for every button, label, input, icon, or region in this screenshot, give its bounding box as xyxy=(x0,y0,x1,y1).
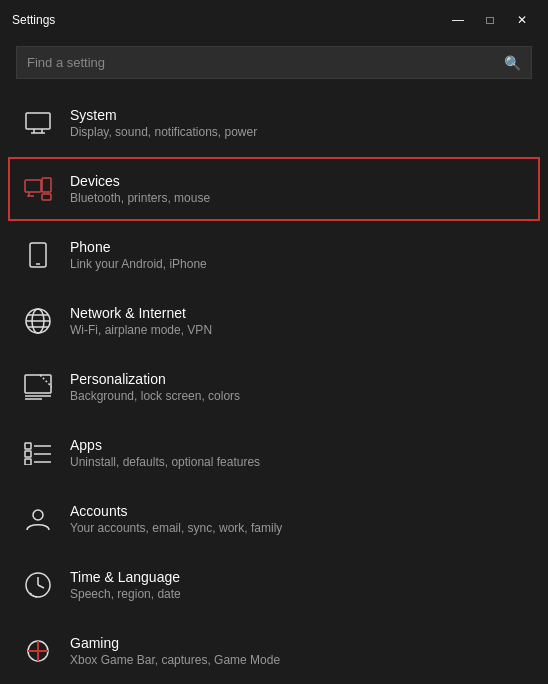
gaming-text: Gaming Xbox Game Bar, captures, Game Mod… xyxy=(70,635,280,667)
apps-text: Apps Uninstall, defaults, optional featu… xyxy=(70,437,260,469)
close-button[interactable]: ✕ xyxy=(508,10,536,30)
title-bar: Settings — □ ✕ xyxy=(0,0,548,38)
minimize-button[interactable]: — xyxy=(444,10,472,30)
time-icon xyxy=(20,567,56,603)
apps-title: Apps xyxy=(70,437,260,453)
phone-title: Phone xyxy=(70,239,207,255)
system-icon xyxy=(20,105,56,141)
phone-subtitle: Link your Android, iPhone xyxy=(70,257,207,271)
svg-rect-0 xyxy=(26,113,50,129)
svg-rect-4 xyxy=(25,180,41,192)
accounts-subtitle: Your accounts, email, sync, work, family xyxy=(70,521,282,535)
settings-item-time[interactable]: Time & Language Speech, region, date xyxy=(8,553,540,617)
search-bar: 🔍 xyxy=(0,38,548,91)
svg-point-25 xyxy=(33,510,43,520)
personalization-text: Personalization Background, lock screen,… xyxy=(70,371,240,403)
settings-item-gaming[interactable]: Gaming Xbox Game Bar, captures, Game Mod… xyxy=(8,619,540,683)
svg-rect-21 xyxy=(25,451,31,457)
devices-title: Devices xyxy=(70,173,210,189)
search-icon: 🔍 xyxy=(504,55,521,71)
personalization-icon xyxy=(20,369,56,405)
gaming-icon xyxy=(20,633,56,669)
personalization-title: Personalization xyxy=(70,371,240,387)
system-text: System Display, sound, notifications, po… xyxy=(70,107,257,139)
devices-text: Devices Bluetooth, printers, mouse xyxy=(70,173,210,205)
apps-subtitle: Uninstall, defaults, optional features xyxy=(70,455,260,469)
settings-list: System Display, sound, notifications, po… xyxy=(0,91,548,684)
settings-item-personalization[interactable]: Personalization Background, lock screen,… xyxy=(8,355,540,419)
settings-item-network[interactable]: Network & Internet Wi-Fi, airplane mode,… xyxy=(8,289,540,353)
phone-icon xyxy=(20,237,56,273)
svg-rect-16 xyxy=(25,375,51,393)
network-text: Network & Internet Wi-Fi, airplane mode,… xyxy=(70,305,212,337)
network-subtitle: Wi-Fi, airplane mode, VPN xyxy=(70,323,212,337)
personalization-subtitle: Background, lock screen, colors xyxy=(70,389,240,403)
svg-rect-6 xyxy=(42,194,51,200)
settings-item-system[interactable]: System Display, sound, notifications, po… xyxy=(8,91,540,155)
settings-item-phone[interactable]: Phone Link your Android, iPhone xyxy=(8,223,540,287)
gaming-title: Gaming xyxy=(70,635,280,651)
search-wrapper: 🔍 xyxy=(16,46,532,79)
network-icon xyxy=(20,303,56,339)
accounts-icon xyxy=(20,501,56,537)
time-subtitle: Speech, region, date xyxy=(70,587,181,601)
svg-line-28 xyxy=(38,585,44,588)
settings-item-apps[interactable]: Apps Uninstall, defaults, optional featu… xyxy=(8,421,540,485)
window-controls: — □ ✕ xyxy=(444,10,536,30)
window-title: Settings xyxy=(12,13,55,27)
settings-item-accounts[interactable]: Accounts Your accounts, email, sync, wor… xyxy=(8,487,540,551)
accounts-title: Accounts xyxy=(70,503,282,519)
system-title: System xyxy=(70,107,257,123)
network-title: Network & Internet xyxy=(70,305,212,321)
devices-subtitle: Bluetooth, printers, mouse xyxy=(70,191,210,205)
maximize-button[interactable]: □ xyxy=(476,10,504,30)
gaming-subtitle: Xbox Game Bar, captures, Game Mode xyxy=(70,653,280,667)
system-subtitle: Display, sound, notifications, power xyxy=(70,125,257,139)
accounts-text: Accounts Your accounts, email, sync, wor… xyxy=(70,503,282,535)
devices-icon xyxy=(20,171,56,207)
svg-rect-5 xyxy=(42,178,51,192)
settings-window: Settings — □ ✕ 🔍 System xyxy=(0,0,548,684)
phone-text: Phone Link your Android, iPhone xyxy=(70,239,207,271)
svg-rect-23 xyxy=(25,459,31,465)
search-input[interactable] xyxy=(17,47,531,78)
time-title: Time & Language xyxy=(70,569,181,585)
settings-item-devices[interactable]: Devices Bluetooth, printers, mouse xyxy=(8,157,540,221)
svg-rect-19 xyxy=(25,443,31,449)
apps-icon xyxy=(20,435,56,471)
time-text: Time & Language Speech, region, date xyxy=(70,569,181,601)
